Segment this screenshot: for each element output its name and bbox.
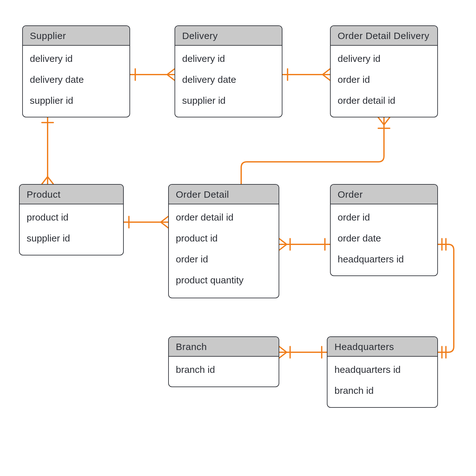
entity-order[interactable]: Order order id order date headquarters i… — [330, 184, 438, 276]
entity-attrs: delivery id delivery date supplier id — [175, 46, 282, 114]
attr: supplier id — [20, 228, 123, 249]
entity-title: Branch — [169, 337, 279, 357]
attr: branch id — [169, 359, 279, 380]
entity-attrs: product id supplier id — [20, 204, 123, 251]
entity-attrs: delivery id delivery date supplier id — [23, 46, 129, 114]
attr: order id — [169, 249, 279, 270]
attr: delivery id — [331, 48, 437, 69]
entity-title: Order Detail Delivery — [331, 26, 437, 46]
entity-attrs: order detail id product id order id prod… — [169, 204, 279, 293]
attr: order date — [331, 228, 437, 249]
entity-attrs: delivery id order id order detail id — [331, 46, 437, 114]
attr: product id — [169, 228, 279, 249]
attr: delivery date — [175, 69, 282, 90]
attr: product id — [20, 207, 123, 228]
entity-title: Product — [20, 185, 123, 204]
entity-delivery[interactable]: Delivery delivery id delivery date suppl… — [175, 25, 282, 117]
entity-title: Order — [331, 185, 437, 204]
attr: supplier id — [23, 90, 129, 111]
entity-attrs: headquarters id branch id — [327, 357, 437, 404]
attr: headquarters id — [331, 249, 437, 270]
attr: delivery id — [175, 48, 282, 69]
entity-title: Supplier — [23, 26, 129, 46]
entity-supplier[interactable]: Supplier delivery id delivery date suppl… — [22, 25, 130, 117]
attr: supplier id — [175, 90, 282, 111]
attr: delivery id — [23, 48, 129, 69]
entity-order-detail-delivery[interactable]: Order Detail Delivery delivery id order … — [330, 25, 438, 117]
entity-branch[interactable]: Branch branch id — [168, 336, 279, 387]
er-diagram-canvas: Supplier delivery id delivery date suppl… — [0, 0, 476, 476]
entity-order-detail[interactable]: Order Detail order detail id product id … — [168, 184, 279, 298]
attr: headquarters id — [327, 359, 437, 380]
entity-attrs: order id order date headquarters id — [331, 204, 437, 272]
attr: order id — [331, 207, 437, 228]
attr: product quantity — [169, 270, 279, 291]
attr: delivery date — [23, 69, 129, 90]
entity-headquarters[interactable]: Headquarters headquarters id branch id — [327, 336, 438, 408]
entity-title: Order Detail — [169, 185, 279, 204]
attr: order detail id — [331, 90, 437, 111]
entity-title: Delivery — [175, 26, 282, 46]
attr: order id — [331, 69, 437, 90]
entity-title: Headquarters — [327, 337, 437, 357]
entity-product[interactable]: Product product id supplier id — [19, 184, 124, 255]
attr: order detail id — [169, 207, 279, 228]
attr: branch id — [327, 380, 437, 401]
entity-attrs: branch id — [169, 357, 279, 383]
